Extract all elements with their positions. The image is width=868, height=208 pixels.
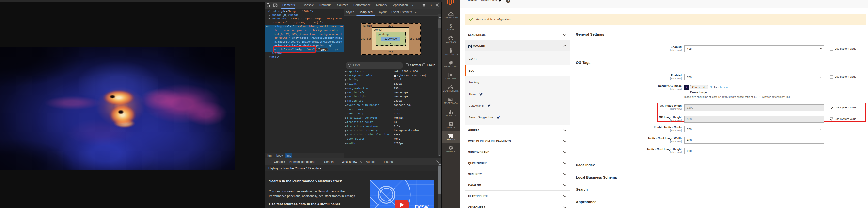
svg-text:new: new: [415, 202, 429, 208]
